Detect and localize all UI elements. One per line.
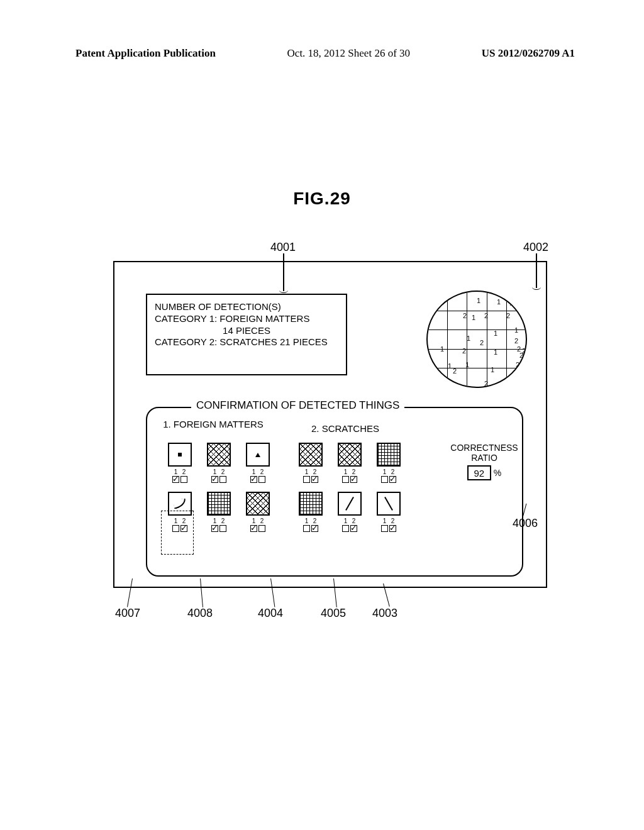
detection-line2: CATEGORY 1: FOREIGN MATTERS [155,313,338,325]
category2-heading: 2. SCRATCHES [292,424,399,434]
publication-date-sheet: Oct. 18, 2012 Sheet 26 of 30 [287,47,410,60]
category-checkbox[interactable] [172,476,179,483]
category-checkbox[interactable] [342,476,349,483]
thumbnail-item[interactable]: 12 [204,492,234,532]
thumbnail-checkboxes: 12 [335,469,365,483]
checkbox-label: 1 [305,518,309,524]
thumbnail-item[interactable]: 12 [243,492,273,532]
wafer-defect-label: 2 [453,367,457,375]
category-checkbox[interactable] [381,476,388,483]
thumbnail-checkboxes: 12 [204,469,234,483]
category-checkbox[interactable] [211,525,218,532]
correctness-label2: RATIO [447,453,522,463]
wafer-defect-label: 1 [497,298,501,306]
wafer-defect-label: 2 [480,339,484,346]
category-checkbox[interactable] [311,525,318,532]
category-checkbox[interactable] [219,525,226,532]
ref-4007: 4007 [115,607,140,620]
checkbox-label: 1 [344,469,348,475]
category-checkbox[interactable] [311,476,318,483]
checkbox-label: 1 [305,469,309,475]
category-checkbox[interactable] [303,476,310,483]
category-checkbox[interactable] [211,476,218,483]
category-checkbox[interactable] [350,525,357,532]
correctness-unit: % [494,468,501,478]
category-checkbox[interactable] [180,476,187,483]
thumbnail-checkboxes: 12 [374,469,404,483]
wafer-defect-label: 2 [484,380,488,387]
thumbnail-checkboxes: 12 [296,469,326,483]
checkbox-label: 2 [182,469,186,475]
thumbnail-item[interactable]: 12 [296,443,326,483]
thumbnail-item[interactable]: 12 [374,443,404,483]
figure-frame: NUMBER OF DETECTION(S) CATEGORY 1: FOREI… [113,261,547,588]
thumbnail-image [377,492,401,516]
category-checkbox[interactable] [258,476,265,483]
wafer-defect-label: 2 [506,312,510,319]
category-checkbox[interactable] [389,525,396,532]
detection-count-box: NUMBER OF DETECTION(S) CATEGORY 1: FOREI… [146,294,347,375]
thumbnail-image [338,443,362,467]
confirmation-title: CONFIRMATION OF DETECTED THINGS [191,399,404,412]
wafer-defect-label: 1 [494,348,497,356]
thumbnail-checkboxes: 12 [296,518,326,532]
category-checkbox[interactable] [350,476,357,483]
detection-line3: 14 PIECES [155,325,338,337]
thumbnail-item[interactable]: 12 [165,443,195,483]
wafer-defect-label: 2 [462,347,466,355]
thumbnail-item[interactable]: 12 [335,443,365,483]
category-checkbox[interactable] [219,476,226,483]
wafer-defect-label: 1 [491,366,494,374]
wafer-defect-label: 1 [514,326,518,334]
thumbnail-checkboxes: 12 [374,518,404,532]
wafer-defect-label: 1 [509,299,513,307]
checkbox-label: 2 [260,518,264,524]
checkbox-label: 1 [383,518,387,524]
publication-title: Patent Application Publication [75,47,216,60]
wafer-defect-label: 2 [519,366,523,374]
checkbox-label: 1 [344,518,348,524]
thumbnail-checkboxes: 12 [335,518,365,532]
wafer-defect-label: 1 [467,335,470,342]
thumbnail-image [207,443,231,467]
detection-line4: CATEGORY 2: SCRATCHES 21 PIECES [155,336,338,348]
wafer-defect-label: 2 [522,347,526,355]
category-checkbox[interactable] [250,476,257,483]
thumbnail-item[interactable]: 12 [243,443,273,483]
wafer-defect-label: 1 [477,297,480,304]
category-checkbox[interactable] [250,525,257,532]
publication-number: US 2012/0262709 A1 [482,47,575,60]
category-checkbox[interactable] [381,525,388,532]
wafer-defect-label: 2 [516,361,519,368]
confirmation-panel: CONFIRMATION OF DETECTED THINGS 1. FOREI… [146,407,523,577]
correctness-label1: CORRECTNESS [447,443,522,453]
thumbnail-image [246,443,270,467]
thumbnail-checkboxes: 12 [243,518,273,532]
figure-title: FIG.29 [0,189,644,209]
checkbox-label: 2 [260,469,264,475]
checkbox-label: 2 [221,469,225,475]
correctness-ratio-block: CORRECTNESS RATIO 92 % [447,443,522,480]
category-checkbox[interactable] [258,525,265,532]
wafer-circle: 111222111122121222121222122 [426,290,527,388]
thumbnail-image [246,492,270,516]
wafer-defect-label: 1 [448,362,452,370]
checkbox-label: 1 [383,469,387,475]
wafer-defect-label: 1 [440,345,444,353]
category-checkbox[interactable] [303,525,310,532]
wafer-defect-label: 2 [513,377,516,384]
thumbnail-item[interactable]: 12 [204,443,234,483]
thumbnail-item[interactable]: 12 [296,492,326,532]
thumbnail-image [299,443,323,467]
correctness-value: 92 [467,465,491,480]
thumbnail-image [299,492,323,516]
thumbnail-checkboxes: 12 [165,469,195,483]
wafer-defect-label: 1 [494,329,497,337]
wafer-defect-label: 2 [463,312,467,319]
page-header: Patent Application Publication Oct. 18, … [0,47,644,60]
category-checkbox[interactable] [389,476,396,483]
thumbnail-item[interactable]: 12 [374,492,404,532]
category-checkbox[interactable] [342,525,349,532]
thumbnail-checkboxes: 12 [204,518,234,532]
thumbnail-item[interactable]: 12 [335,492,365,532]
